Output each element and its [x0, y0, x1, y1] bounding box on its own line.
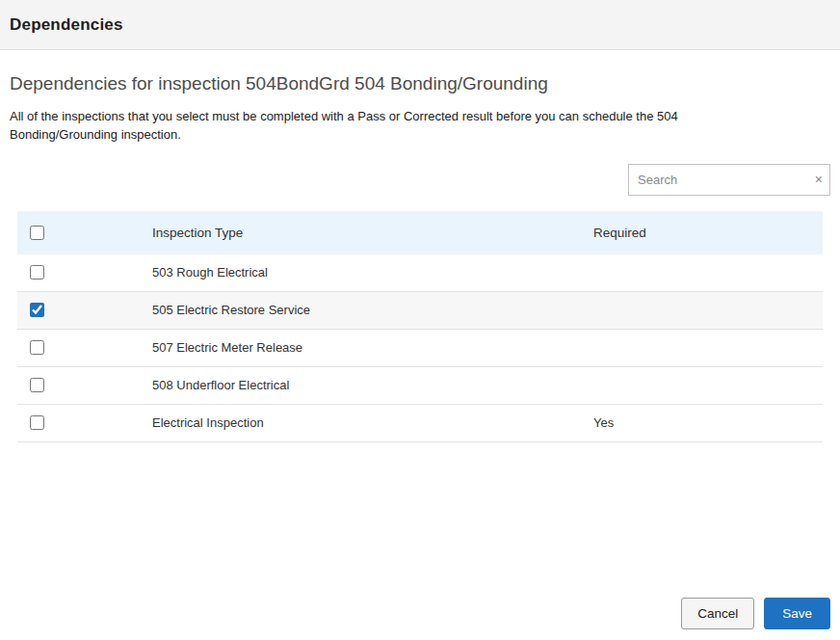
- row-checkbox-cell: [17, 378, 152, 392]
- column-header-required: Required: [593, 226, 823, 240]
- footer-actions: Cancel Save: [681, 598, 830, 629]
- page-title: Dependencies for inspection 504BondGrd 5…: [10, 73, 830, 94]
- row-checkbox[interactable]: [30, 303, 44, 317]
- row-checkbox-cell: [17, 265, 152, 280]
- table-header-row: Inspection Type Required: [17, 211, 823, 254]
- row-inspection-type: 508 Underfloor Electrical: [152, 378, 593, 392]
- row-inspection-type: 505 Electric Restore Service: [152, 303, 593, 317]
- row-checkbox[interactable]: [30, 415, 44, 430]
- table-row[interactable]: Electrical Inspection Yes: [17, 405, 823, 442]
- window-title: Dependencies: [10, 15, 123, 35]
- save-button[interactable]: Save: [764, 598, 830, 629]
- page-description: All of the inspections that you select m…: [10, 108, 734, 145]
- row-inspection-type: Electrical Inspection: [152, 415, 593, 430]
- dependencies-table: Inspection Type Required 503 Rough Elect…: [17, 211, 823, 442]
- row-checkbox-cell: [17, 303, 152, 317]
- table-row[interactable]: 505 Electric Restore Service: [17, 292, 823, 330]
- row-checkbox[interactable]: [30, 378, 44, 392]
- header-checkbox-cell: [17, 226, 152, 240]
- row-checkbox[interactable]: [30, 265, 44, 280]
- table-row[interactable]: 508 Underfloor Electrical: [17, 367, 823, 405]
- table-row[interactable]: 507 Electric Meter Release: [17, 330, 823, 367]
- row-inspection-type: 507 Electric Meter Release: [152, 340, 593, 355]
- select-all-checkbox[interactable]: [30, 226, 44, 240]
- main-content: Dependencies for inspection 504BondGrd 5…: [0, 73, 840, 442]
- row-required: Yes: [593, 415, 823, 430]
- search-input[interactable]: [628, 164, 830, 196]
- column-header-inspection-type: Inspection Type: [152, 226, 593, 240]
- row-inspection-type: 503 Rough Electrical: [152, 265, 593, 280]
- table-body: 503 Rough Electrical 505 Electric Restor…: [17, 254, 823, 442]
- cancel-button[interactable]: Cancel: [681, 598, 754, 629]
- row-checkbox-cell: [17, 340, 152, 355]
- search-clear-icon[interactable]: ×: [815, 173, 823, 186]
- row-checkbox[interactable]: [30, 340, 44, 355]
- table-row[interactable]: 503 Rough Electrical: [17, 254, 823, 292]
- row-checkbox-cell: [17, 415, 152, 430]
- search-box: ×: [628, 164, 830, 196]
- search-row: ×: [10, 164, 830, 196]
- window-header: Dependencies: [0, 0, 840, 50]
